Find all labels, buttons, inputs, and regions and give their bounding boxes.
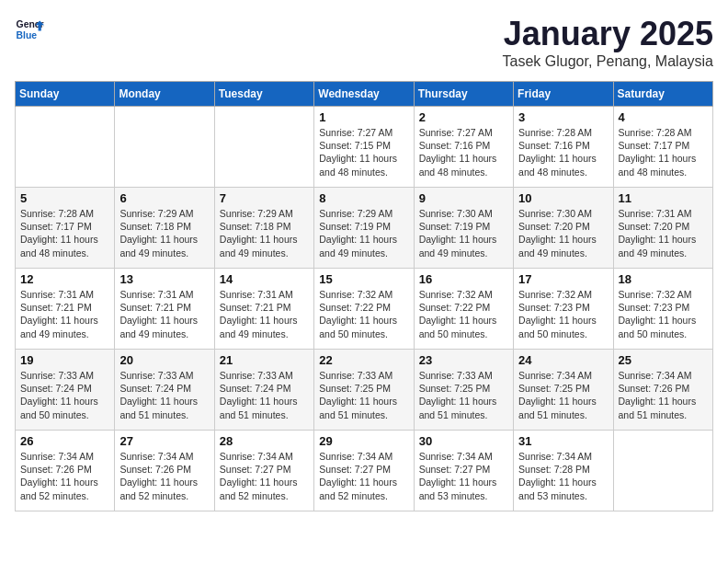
day-info: Sunrise: 7:33 AMSunset: 7:24 PMDaylight:… [119,369,209,421]
calendar-cell: 16Sunrise: 7:32 AMSunset: 7:22 PMDayligh… [414,269,513,350]
calendar-cell: 15Sunrise: 7:32 AMSunset: 7:22 PMDayligh… [314,269,414,350]
calendar-week-row: 5Sunrise: 7:28 AMSunset: 7:17 PMDaylight… [16,188,713,269]
day-number: 28 [220,434,309,448]
day-number: 25 [619,353,708,367]
calendar-table: SundayMondayTuesdayWednesdayThursdayFrid… [15,81,713,511]
calendar-cell: 27Sunrise: 7:34 AMSunset: 7:26 PMDayligh… [115,431,214,511]
logo-icon: General Blue [15,15,44,44]
calendar-cell: 9Sunrise: 7:30 AMSunset: 7:19 PMDaylight… [414,188,513,269]
day-info: Sunrise: 7:34 AMSunset: 7:26 PMDaylight:… [119,450,209,502]
day-info: Sunrise: 7:28 AMSunset: 7:17 PMDaylight:… [20,207,109,259]
calendar-week-row: 19Sunrise: 7:33 AMSunset: 7:24 PMDayligh… [16,350,713,431]
day-number: 3 [518,110,608,124]
calendar-cell: 13Sunrise: 7:31 AMSunset: 7:21 PMDayligh… [115,269,214,350]
day-number: 30 [419,434,508,448]
calendar-cell: 7Sunrise: 7:29 AMSunset: 7:18 PMDaylight… [214,188,313,269]
day-number: 22 [319,353,408,367]
day-number: 9 [419,191,508,205]
logo: General Blue [15,15,44,44]
calendar-cell: 28Sunrise: 7:34 AMSunset: 7:27 PMDayligh… [214,431,313,511]
calendar-cell: 10Sunrise: 7:30 AMSunset: 7:20 PMDayligh… [514,188,613,269]
calendar-cell: 31Sunrise: 7:34 AMSunset: 7:28 PMDayligh… [514,431,613,511]
day-info: Sunrise: 7:32 AMSunset: 7:22 PMDaylight:… [419,288,508,340]
day-number: 8 [319,191,408,205]
day-info: Sunrise: 7:27 AMSunset: 7:16 PMDaylight:… [419,126,508,178]
day-info: Sunrise: 7:31 AMSunset: 7:21 PMDaylight:… [220,288,309,340]
weekday-header: Friday [514,82,613,107]
day-number: 4 [619,110,708,124]
day-info: Sunrise: 7:33 AMSunset: 7:25 PMDaylight:… [419,369,508,421]
calendar-cell: 17Sunrise: 7:32 AMSunset: 7:23 PMDayligh… [514,269,613,350]
day-info: Sunrise: 7:27 AMSunset: 7:15 PMDaylight:… [319,126,408,178]
day-number: 10 [518,191,608,205]
day-info: Sunrise: 7:33 AMSunset: 7:24 PMDaylight:… [20,369,109,421]
day-number: 5 [20,191,109,205]
day-number: 17 [518,272,608,286]
day-info: Sunrise: 7:30 AMSunset: 7:19 PMDaylight:… [419,207,508,259]
calendar-cell: 23Sunrise: 7:33 AMSunset: 7:25 PMDayligh… [414,350,513,431]
day-info: Sunrise: 7:32 AMSunset: 7:23 PMDaylight:… [619,288,708,340]
weekday-header: Sunday [16,82,115,107]
calendar-cell: 21Sunrise: 7:33 AMSunset: 7:24 PMDayligh… [214,350,313,431]
calendar-week-row: 1Sunrise: 7:27 AMSunset: 7:15 PMDaylight… [16,107,713,188]
day-info: Sunrise: 7:33 AMSunset: 7:24 PMDaylight:… [220,369,309,421]
day-info: Sunrise: 7:33 AMSunset: 7:25 PMDaylight:… [319,369,408,421]
calendar-cell: 3Sunrise: 7:28 AMSunset: 7:16 PMDaylight… [514,107,613,188]
day-info: Sunrise: 7:34 AMSunset: 7:26 PMDaylight:… [619,369,708,421]
day-info: Sunrise: 7:34 AMSunset: 7:27 PMDaylight:… [419,450,508,502]
calendar-week-row: 26Sunrise: 7:34 AMSunset: 7:26 PMDayligh… [16,431,713,511]
day-number: 1 [319,110,408,124]
location-title: Tasek Glugor, Penang, Malaysia [503,53,713,70]
calendar-cell: 24Sunrise: 7:34 AMSunset: 7:25 PMDayligh… [514,350,613,431]
title-block: January 2025 Tasek Glugor, Penang, Malay… [503,15,713,70]
day-info: Sunrise: 7:34 AMSunset: 7:27 PMDaylight:… [319,450,408,502]
calendar-cell: 11Sunrise: 7:31 AMSunset: 7:20 PMDayligh… [613,188,712,269]
day-number: 13 [119,272,209,286]
calendar-cell: 4Sunrise: 7:28 AMSunset: 7:17 PMDaylight… [613,107,712,188]
calendar-cell [16,107,115,188]
day-info: Sunrise: 7:34 AMSunset: 7:27 PMDaylight:… [220,450,309,502]
day-info: Sunrise: 7:31 AMSunset: 7:21 PMDaylight:… [119,288,209,340]
day-number: 19 [20,353,109,367]
weekday-header: Thursday [414,82,513,107]
day-number: 11 [619,191,708,205]
calendar-cell: 25Sunrise: 7:34 AMSunset: 7:26 PMDayligh… [613,350,712,431]
day-info: Sunrise: 7:34 AMSunset: 7:28 PMDaylight:… [518,450,608,502]
calendar-cell: 22Sunrise: 7:33 AMSunset: 7:25 PMDayligh… [314,350,414,431]
day-number: 26 [20,434,109,448]
weekday-header: Monday [115,82,214,107]
day-info: Sunrise: 7:34 AMSunset: 7:25 PMDaylight:… [518,369,608,421]
svg-text:Blue: Blue [17,30,38,40]
calendar-cell [613,431,712,511]
calendar-cell: 8Sunrise: 7:29 AMSunset: 7:19 PMDaylight… [314,188,414,269]
day-number: 16 [419,272,508,286]
day-info: Sunrise: 7:32 AMSunset: 7:23 PMDaylight:… [518,288,608,340]
weekday-header: Wednesday [314,82,414,107]
day-number: 12 [20,272,109,286]
day-number: 29 [319,434,408,448]
day-info: Sunrise: 7:31 AMSunset: 7:21 PMDaylight:… [20,288,109,340]
calendar-cell: 20Sunrise: 7:33 AMSunset: 7:24 PMDayligh… [115,350,214,431]
day-number: 14 [220,272,309,286]
day-number: 27 [119,434,209,448]
calendar-cell: 30Sunrise: 7:34 AMSunset: 7:27 PMDayligh… [414,431,513,511]
day-number: 15 [319,272,408,286]
calendar-cell: 5Sunrise: 7:28 AMSunset: 7:17 PMDaylight… [16,188,115,269]
month-title: January 2025 [503,15,713,53]
calendar-cell: 2Sunrise: 7:27 AMSunset: 7:16 PMDaylight… [414,107,513,188]
calendar-cell: 12Sunrise: 7:31 AMSunset: 7:21 PMDayligh… [16,269,115,350]
day-number: 18 [619,272,708,286]
page-header: General Blue January 2025 Tasek Glugor, … [15,15,713,70]
day-info: Sunrise: 7:34 AMSunset: 7:26 PMDaylight:… [20,450,109,502]
calendar-cell: 29Sunrise: 7:34 AMSunset: 7:27 PMDayligh… [314,431,414,511]
day-info: Sunrise: 7:29 AMSunset: 7:18 PMDaylight:… [119,207,209,259]
day-number: 6 [119,191,209,205]
day-number: 20 [119,353,209,367]
day-info: Sunrise: 7:28 AMSunset: 7:17 PMDaylight:… [619,126,708,178]
weekday-header: Saturday [613,82,712,107]
day-info: Sunrise: 7:29 AMSunset: 7:19 PMDaylight:… [319,207,408,259]
calendar-cell: 26Sunrise: 7:34 AMSunset: 7:26 PMDayligh… [16,431,115,511]
day-info: Sunrise: 7:28 AMSunset: 7:16 PMDaylight:… [518,126,608,178]
weekday-header: Tuesday [214,82,313,107]
calendar-cell [115,107,214,188]
